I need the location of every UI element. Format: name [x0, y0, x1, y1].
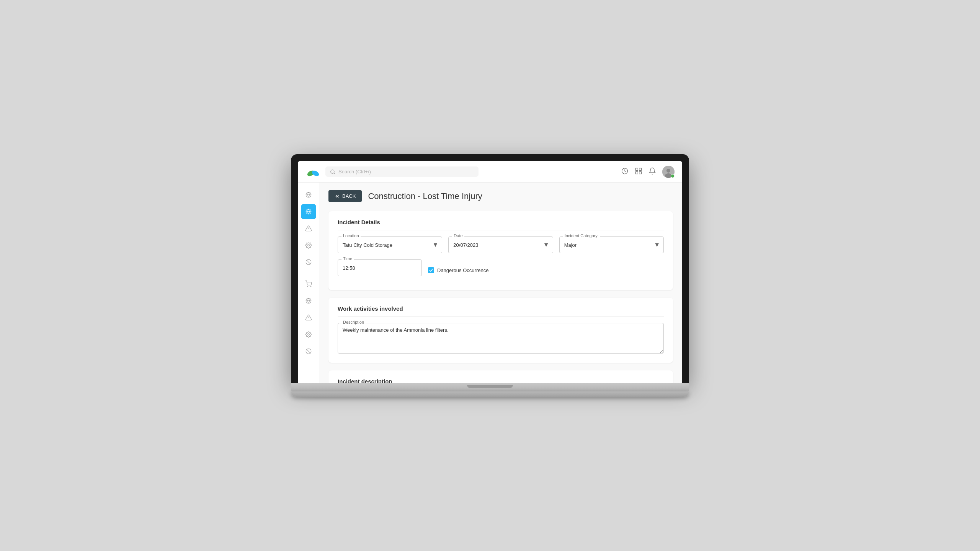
work-activities-desc-group: Description	[338, 323, 664, 355]
screen-inner: Search (Ctrl+/)	[298, 161, 682, 383]
svg-point-27	[307, 334, 309, 336]
page-title: Construction - Lost Time Injury	[368, 191, 482, 201]
avatar[interactable]	[662, 166, 675, 178]
top-bar-right	[621, 166, 675, 178]
svg-point-2	[331, 170, 334, 173]
svg-rect-7	[636, 171, 638, 174]
incident-category-select-wrapper: Major ▼	[559, 236, 664, 253]
svg-rect-5	[636, 168, 638, 170]
laptop-wrapper: Search (Ctrl+/)	[291, 154, 689, 397]
incident-details-card: Incident Details Location Tatu City Cold…	[328, 211, 673, 290]
content-area: BACK Construction - Lost Time Injury Inc…	[319, 183, 682, 383]
grid-icon[interactable]	[635, 167, 642, 176]
history-icon[interactable]	[621, 167, 629, 176]
sidebar-divider	[302, 273, 315, 273]
date-select[interactable]: 20/07/2023	[448, 236, 553, 253]
work-activities-card: Work activities involved Description	[328, 298, 673, 363]
time-group: Time	[338, 259, 422, 276]
location-select-wrapper: Tatu City Cold Storage ▼	[338, 236, 442, 253]
incident-category-label: Incident Category:	[563, 233, 600, 238]
location-select[interactable]: Tatu City Cold Storage	[338, 236, 442, 253]
sidebar-item-cart[interactable]	[301, 276, 316, 292]
sidebar-item-block1[interactable]	[301, 254, 316, 270]
incident-description-card: Incident description Description	[328, 370, 673, 383]
time-input[interactable]	[338, 259, 422, 276]
date-group: Date 20/07/2023 ▼	[448, 236, 553, 253]
svg-rect-8	[639, 171, 642, 174]
main-layout: BACK Construction - Lost Time Injury Inc…	[298, 183, 682, 383]
laptop-bottom	[291, 391, 689, 397]
sidebar-item-block2[interactable]	[301, 344, 316, 359]
svg-point-11	[665, 173, 672, 178]
laptop-screen: Search (Ctrl+/)	[291, 154, 689, 383]
app-logo	[305, 165, 319, 179]
incident-details-row2: Time Dangerous Occurrence	[338, 259, 664, 276]
sidebar-item-globe2[interactable]	[301, 204, 316, 219]
work-activities-description[interactable]	[338, 323, 664, 354]
incident-details-title: Incident Details	[338, 219, 664, 230]
date-select-wrapper: 20/07/2023 ▼	[448, 236, 553, 253]
sidebar-item-warning2[interactable]	[301, 310, 316, 325]
location-label: Location	[341, 233, 361, 238]
sidebar	[298, 183, 319, 383]
top-bar: Search (Ctrl+/)	[298, 161, 682, 183]
work-activities-desc-label: Description	[341, 320, 366, 324]
incident-category-select[interactable]: Major	[559, 236, 664, 253]
svg-rect-6	[639, 168, 642, 170]
laptop-base	[291, 383, 689, 391]
sidebar-item-settings2[interactable]	[301, 327, 316, 342]
back-button[interactable]: BACK	[328, 190, 362, 202]
search-placeholder-text: Search (Ctrl+/)	[338, 169, 371, 174]
dangerous-occurrence-row: Dangerous Occurrence	[428, 262, 488, 273]
svg-line-20	[306, 260, 310, 264]
svg-line-29	[306, 349, 310, 354]
laptop-notch	[467, 385, 513, 388]
page-header: BACK Construction - Lost Time Injury	[328, 190, 673, 202]
sidebar-item-globe1[interactable]	[301, 187, 316, 202]
incident-details-row1: Location Tatu City Cold Storage ▼ docume…	[338, 236, 664, 253]
dangerous-occurrence-label: Dangerous Occurrence	[437, 267, 488, 273]
svg-point-18	[307, 245, 309, 246]
svg-point-21	[307, 286, 308, 287]
work-activities-title: Work activities involved	[338, 305, 664, 317]
location-group: Location Tatu City Cold Storage ▼ docume…	[338, 236, 442, 253]
bell-icon[interactable]	[648, 167, 656, 176]
dangerous-occurrence-checkbox[interactable]	[428, 267, 434, 273]
back-label: BACK	[342, 193, 356, 199]
date-label: Date	[452, 233, 464, 238]
search-icon	[330, 169, 335, 174]
time-label: Time	[341, 256, 354, 261]
svg-point-10	[666, 169, 670, 173]
sidebar-item-warning1[interactable]	[301, 221, 316, 236]
search-bar[interactable]: Search (Ctrl+/)	[325, 166, 479, 177]
incident-description-title: Incident description	[338, 378, 664, 383]
sidebar-item-settings1[interactable]	[301, 238, 316, 253]
incident-category-group: Incident Category: Major ▼	[559, 236, 664, 253]
sidebar-item-globe3[interactable]	[301, 293, 316, 308]
svg-point-22	[310, 286, 311, 287]
svg-line-3	[334, 173, 335, 174]
